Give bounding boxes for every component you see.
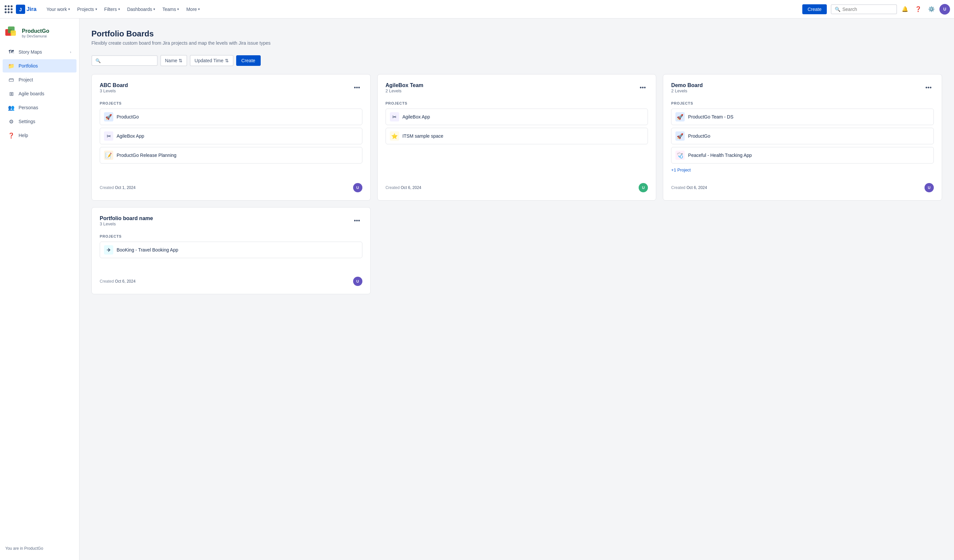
- sidebar-item-label: Personas: [19, 105, 71, 110]
- card-more-button[interactable]: •••: [352, 215, 362, 226]
- project-item[interactable]: 🚀 ProductGo: [671, 128, 934, 144]
- toolbar: 🔍 Name ⇅ Updated Time ⇅ Create: [92, 55, 942, 66]
- sidebar-item-label: Story Maps: [19, 49, 70, 54]
- page-header: Portfolio Boards Flexibly create custom …: [92, 29, 942, 46]
- card-title: ABC Board: [100, 82, 128, 89]
- sort-arrows-icon: ⇅: [179, 58, 182, 63]
- portfolio-card-abc-board: ABC Board 3 Levels ••• PROJECTS 🚀 Produc…: [92, 74, 371, 201]
- settings-icon: ⚙: [8, 118, 14, 125]
- card-footer: Created Oct 1, 2024 U: [100, 178, 362, 192]
- sidebar-item-help[interactable]: ❓ Help: [3, 129, 76, 142]
- project-item[interactable]: ✂ AgileBox App: [100, 128, 362, 144]
- project-item[interactable]: 🩺 Peaceful - Health Tracking App: [671, 147, 934, 163]
- chevron-down-icon: ▾: [177, 7, 179, 11]
- topnav-more[interactable]: More ▾: [183, 5, 203, 14]
- more-projects-link[interactable]: +1 Project: [671, 168, 934, 173]
- projects-label: PROJECTS: [671, 101, 934, 105]
- project-icon: 🚀: [104, 112, 113, 121]
- project-icon: ✈: [104, 245, 113, 255]
- card-more-button[interactable]: •••: [923, 82, 934, 93]
- help-icon[interactable]: ❓: [913, 4, 924, 14]
- sidebar-item-portfolios[interactable]: 📁 Portfolios: [3, 59, 76, 73]
- card-header: Portfolio board name 3 Levels •••: [100, 215, 362, 233]
- chevron-right-icon: ›: [70, 50, 71, 54]
- grid-menu-icon[interactable]: [4, 5, 13, 14]
- project-name: ProductGo Team - DS: [688, 114, 733, 120]
- search-input[interactable]: [842, 6, 893, 12]
- portfolio-card-portfolio-board-name: Portfolio board name 3 Levels ••• PROJEC…: [92, 207, 371, 294]
- create-board-button[interactable]: Create: [236, 55, 261, 66]
- jira-logo[interactable]: J Jira: [16, 5, 36, 14]
- chevron-down-icon: ▾: [68, 7, 70, 11]
- topnav-filters[interactable]: Filters ▾: [101, 5, 123, 14]
- card-header: Demo Board 2 Levels •••: [671, 82, 934, 100]
- board-search-input[interactable]: [101, 58, 154, 63]
- project-item[interactable]: 🚀 ProductGo: [100, 109, 362, 125]
- card-owner-avatar: U: [353, 277, 362, 286]
- project-icon: ✂: [104, 131, 113, 141]
- sidebar-app-logo: ProductGo by DevSamurai: [0, 24, 79, 45]
- settings-icon[interactable]: ⚙️: [926, 4, 937, 14]
- notifications-icon[interactable]: 🔔: [899, 4, 910, 14]
- project-item[interactable]: 🚀 ProductGo Team - DS: [671, 109, 934, 125]
- card-created-date: Created Oct 6, 2024: [385, 185, 421, 190]
- topnav-teams[interactable]: Teams ▾: [159, 5, 182, 14]
- sort-time-button[interactable]: Updated Time ⇅: [190, 55, 233, 66]
- sidebar-item-story-maps[interactable]: 🗺 Story Maps ›: [3, 45, 76, 59]
- topnav-your-work[interactable]: Your work ▾: [43, 5, 73, 14]
- card-owner-avatar: U: [353, 183, 362, 192]
- projects-label: PROJECTS: [100, 234, 362, 238]
- card-owner-avatar: U: [639, 183, 648, 192]
- card-created-date: Created Oct 1, 2024: [100, 185, 136, 190]
- sidebar-item-project[interactable]: 🗃 Project: [3, 73, 76, 86]
- sidebar-app-name: ProductGo: [22, 28, 49, 34]
- card-levels: 3 Levels: [100, 89, 128, 93]
- project-icon: 🩺: [675, 151, 685, 160]
- cards-grid: ABC Board 3 Levels ••• PROJECTS 🚀 Produc…: [92, 74, 942, 294]
- card-levels: 2 Levels: [385, 89, 423, 93]
- card-levels: 3 Levels: [100, 221, 153, 226]
- sidebar-item-settings[interactable]: ⚙ Settings: [3, 115, 76, 128]
- project-icon: 📝: [104, 151, 113, 160]
- card-more-button[interactable]: •••: [638, 82, 648, 93]
- project-item[interactable]: ⭐ ITSM sample space: [385, 128, 648, 144]
- chevron-down-icon: ▾: [153, 7, 155, 11]
- sidebar-item-label: Help: [19, 133, 71, 138]
- topnav-dashboards[interactable]: Dashboards ▾: [124, 5, 159, 14]
- jira-logo-text: Jira: [26, 6, 36, 12]
- card-footer: Created Oct 6, 2024 U: [385, 178, 648, 192]
- chevron-down-icon: ▾: [198, 7, 200, 11]
- card-header: ABC Board 3 Levels •••: [100, 82, 362, 100]
- project-item[interactable]: 📝 ProductGo Release Planning: [100, 147, 362, 163]
- project-icon: ⭐: [390, 131, 399, 141]
- project-name: AgileBox App: [402, 114, 430, 120]
- project-icon: ✂: [390, 112, 399, 121]
- global-search-box[interactable]: 🔍: [831, 4, 897, 14]
- sidebar-item-label: Portfolios: [19, 63, 71, 68]
- sidebar: ProductGo by DevSamurai 🗺 Story Maps › 📁…: [0, 19, 80, 560]
- sort-name-button[interactable]: Name ⇅: [161, 55, 187, 66]
- card-title: Demo Board: [671, 82, 703, 89]
- toolbar-search-box[interactable]: 🔍: [92, 55, 157, 66]
- card-owner-avatar: U: [924, 183, 934, 192]
- agile-boards-icon: ⊞: [8, 90, 14, 97]
- card-created-date: Created Oct 6, 2024: [100, 279, 136, 284]
- project-item[interactable]: ✈ BooKing - Travel Booking App: [100, 242, 362, 258]
- card-more-button[interactable]: •••: [352, 82, 362, 93]
- topnav-projects[interactable]: Projects ▾: [74, 5, 100, 14]
- user-avatar[interactable]: U: [940, 4, 950, 14]
- sidebar-item-personas[interactable]: 👥 Personas: [3, 101, 76, 114]
- search-icon: 🔍: [95, 58, 101, 63]
- sort-name-label: Name: [165, 58, 177, 63]
- sidebar-by-text: by DevSamurai: [22, 34, 49, 38]
- sidebar-item-label: Project: [19, 77, 71, 82]
- sidebar-item-agile-boards[interactable]: ⊞ Agile boards: [3, 87, 76, 100]
- card-title: AgileBox Team: [385, 82, 423, 89]
- project-item[interactable]: ✂ AgileBox App: [385, 109, 648, 125]
- story-maps-icon: 🗺: [8, 49, 14, 55]
- productgo-logo-icon: [5, 26, 19, 40]
- portfolio-card-agilebox-team: AgileBox Team 2 Levels ••• PROJECTS ✂ Ag…: [377, 74, 656, 201]
- project-icon: 🚀: [675, 112, 685, 121]
- sidebar-footer: You are in ProductGo: [0, 542, 79, 555]
- topnav-create-button[interactable]: Create: [802, 4, 827, 14]
